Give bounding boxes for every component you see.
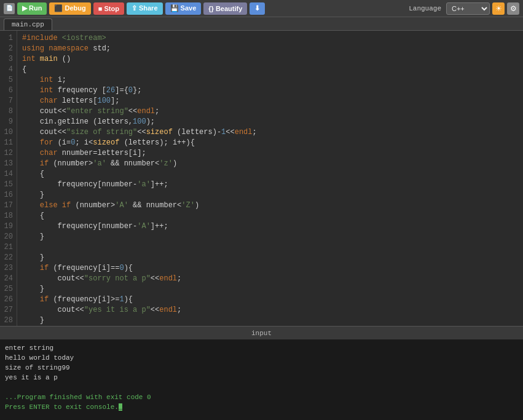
io-label: input bbox=[251, 330, 272, 337]
language-label: Language bbox=[409, 5, 441, 12]
code-line bbox=[22, 242, 518, 253]
console-line bbox=[5, 382, 518, 392]
code-line: } bbox=[22, 284, 518, 295]
beautify-button[interactable]: {} Beautify bbox=[203, 2, 247, 15]
code-line: char nnumber=letters[i]; bbox=[22, 148, 518, 159]
code-line: { bbox=[22, 211, 518, 221]
language-select[interactable]: C++ C Java Python3 bbox=[446, 2, 490, 15]
code-line: { bbox=[22, 65, 518, 75]
code-line: cout<<"enter string"<<endl; bbox=[22, 106, 518, 117]
code-line: #include <iostream> bbox=[22, 33, 518, 44]
console: enter string hello world today size of s… bbox=[0, 339, 523, 420]
code-line: cin.getline (letters,100); bbox=[22, 117, 518, 127]
code-line: } bbox=[22, 315, 518, 326]
line-numbers: 12345 678910 1112131415 1617181920 21222… bbox=[0, 31, 17, 326]
save-button[interactable]: 💾 Save bbox=[165, 2, 202, 15]
orange-icon-button[interactable]: ☀ bbox=[492, 2, 505, 15]
code-line: frequency[nnumber-'a']++; bbox=[22, 180, 518, 190]
code-line: if (frequency[i]==0){ bbox=[22, 263, 518, 274]
editor: 12345 678910 1112131415 1617181920 21222… bbox=[0, 31, 523, 326]
toolbar: 📄 ▶ Run ⬛ Debug ■ Stop ⇪ Share 💾 Save {}… bbox=[0, 0, 523, 17]
tab-main-cpp[interactable]: main.cpp bbox=[4, 18, 52, 30]
code-line: cout<<"sorry not a p"<<endl; bbox=[22, 274, 518, 284]
file-icon: 📄 bbox=[4, 3, 15, 14]
console-line: enter string bbox=[5, 343, 518, 353]
code-line: } bbox=[22, 253, 518, 263]
console-line: size of string99 bbox=[5, 363, 518, 373]
gear-button[interactable]: ⚙ bbox=[507, 2, 519, 15]
code-line: int frequency [26]={0}; bbox=[22, 85, 518, 96]
code-line: cout<<"yes it is a p"<<endl; bbox=[22, 305, 518, 315]
run-button[interactable]: ▶ Run bbox=[17, 2, 47, 15]
console-finish-line: ...Program finished with exit code 0 bbox=[5, 392, 518, 402]
debug-button[interactable]: ⬛ Debug bbox=[49, 2, 90, 15]
console-line: hello world today bbox=[5, 353, 518, 363]
code-line: else if (nnumber>'A' && nnumber<'Z') bbox=[22, 200, 518, 211]
download-button[interactable]: ⬇ bbox=[250, 2, 265, 15]
code-line: int i; bbox=[22, 75, 518, 85]
code-line: { bbox=[22, 169, 518, 180]
code-line: if (frequency[i]>=1){ bbox=[22, 295, 518, 305]
code-line: } bbox=[22, 232, 518, 242]
stop-button[interactable]: ■ Stop bbox=[93, 2, 124, 15]
code-line: using namespace std; bbox=[22, 44, 518, 54]
share-button[interactable]: ⇪ Share bbox=[127, 2, 163, 15]
console-line: yes it is a p bbox=[5, 373, 518, 382]
code-line: char letters[100]; bbox=[22, 96, 518, 106]
code-line: if (nnumber>'a' && nnumber<'z') bbox=[22, 159, 518, 169]
code-line: cout<<"size of string"<<sizeof (letters)… bbox=[22, 127, 518, 138]
code-line: frequency[nnumber-'A']++; bbox=[22, 221, 518, 232]
code-line: for (i=0; i<sizeof (letters); i++){ bbox=[22, 138, 518, 148]
file-tab: main.cpp bbox=[0, 17, 523, 31]
code-line: } bbox=[22, 190, 518, 200]
io-panel: input bbox=[0, 326, 523, 339]
code-area[interactable]: #include <iostream> using namespace std;… bbox=[17, 31, 523, 326]
code-line: int main () bbox=[22, 54, 518, 65]
console-prompt-line: Press ENTER to exit console._ bbox=[5, 402, 518, 412]
